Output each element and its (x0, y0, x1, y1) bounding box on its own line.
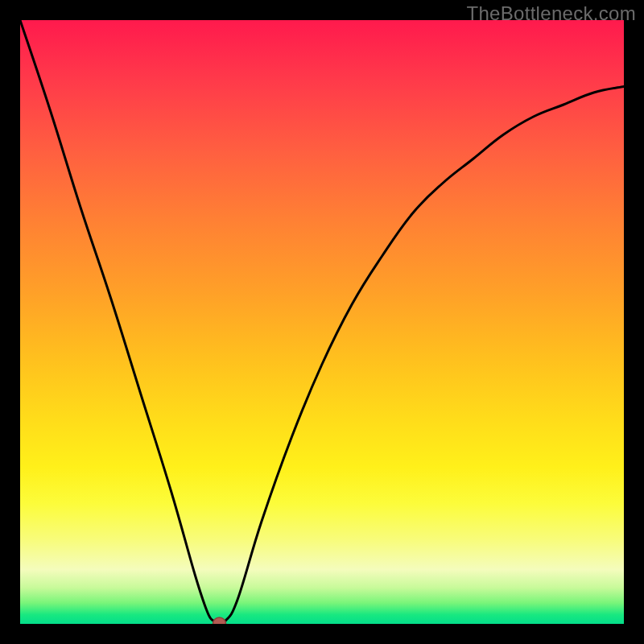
chart-gradient-area (20, 20, 624, 624)
